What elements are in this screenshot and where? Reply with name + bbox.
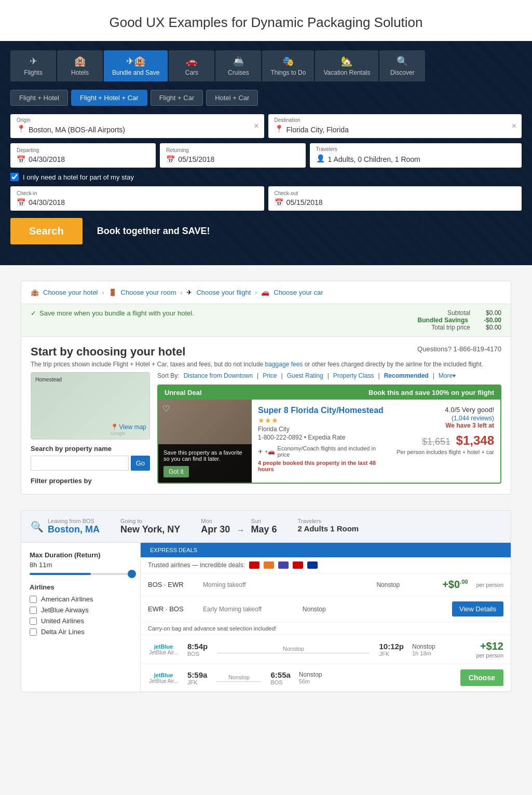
travelers-input[interactable] <box>328 148 515 163</box>
tooltip-box: Save this property as a favorite so you … <box>158 444 252 483</box>
hotel-stars: ★★★ <box>258 416 384 424</box>
subtab-flight-car[interactable]: Flight + Car <box>151 90 203 106</box>
tab-cars[interactable]: 🚗 Cars <box>169 50 214 81</box>
checkin-field[interactable]: Check-in 📅 04/30/2018 <box>10 186 264 211</box>
flight-card-1: jetBlue JetBlue Air... 8:54p BOS Nonstop… <box>141 635 511 664</box>
breadcrumb-flight[interactable]: Choose your flight <box>196 289 251 296</box>
airlines-filter: Airlines American Airlines JetBlue Airwa… <box>30 583 132 636</box>
checkout-field[interactable]: Check-out 📅 05/15/2018 <box>268 186 522 211</box>
sort-recommended[interactable]: Recommended <box>384 372 429 379</box>
favorite-icon[interactable]: ♡ <box>162 404 170 414</box>
flight-times-2: 5:59a JFK Nonstop 6:55a BOS <box>187 670 291 686</box>
origin-clear-icon[interactable]: × <box>254 121 258 131</box>
savings-text: Save more when you bundle a flight with … <box>39 309 194 317</box>
bundled-val: -$0.00 <box>484 317 501 324</box>
airline-jetblue-label: JetBlue Airways <box>41 606 89 614</box>
flight-results: EXPRESS DEALS Trusted airlines — incredi… <box>141 543 511 692</box>
breadcrumb-room[interactable]: Choose your room <box>121 289 176 296</box>
duration-slider-thumb[interactable] <box>128 570 136 578</box>
sort-sep3: | <box>328 372 329 379</box>
sw-logo <box>293 561 303 569</box>
tab-things[interactable]: 🎭 Things to Do <box>262 50 314 81</box>
flight-line-2 <box>216 681 261 682</box>
tab-discover[interactable]: 🔍 Discover <box>379 50 425 81</box>
date2-label: Sun <box>251 518 277 524</box>
sort-guest-rating[interactable]: Guest Rating <box>287 372 323 379</box>
sort-more[interactable]: More▾ <box>439 372 456 379</box>
express-deals-label: EXPRESS DEALS <box>150 547 197 553</box>
ua-logo <box>278 561 289 569</box>
travelers-icon: 👤 <box>316 154 325 162</box>
origin-input[interactable] <box>29 118 258 134</box>
tab-cruises[interactable]: 🚢 Cruises <box>215 50 261 81</box>
view-map-link[interactable]: 📍 View map <box>111 423 146 431</box>
property-search-btn[interactable]: Go <box>131 456 150 471</box>
partial-hotel-checkbox[interactable] <box>10 173 19 181</box>
arrow-icon: → <box>236 526 244 535</box>
property-search-input[interactable] <box>31 456 129 471</box>
bundled-label: Bundled Savings <box>418 317 468 324</box>
savings-bar: ✓ Save more when you bundle a flight wit… <box>21 304 511 337</box>
choose-flight-btn[interactable]: Choose <box>460 669 503 686</box>
express-deals-bar: EXPRESS DEALS <box>141 543 511 557</box>
tab-vacation[interactable]: 🏡 Vacation Rentals <box>315 50 378 81</box>
airline-united-checkbox[interactable] <box>30 618 37 625</box>
hotel-phone: 1-800-222-0892 • Expedia Rate <box>258 434 384 441</box>
partial-hotel-row: I only need a hotel for part of my stay <box>10 173 522 181</box>
unreal-deal-badge: Unreal Deal <box>165 389 202 396</box>
sort-sep1: | <box>257 372 258 379</box>
breadcrumb-flight-icon: ✈ <box>186 289 192 296</box>
flight-card-2: jetBlue JetBlue Air... 5:59a JFK Nonstop… <box>141 664 511 692</box>
hero-section: ✈ Flights 🏨 Hotels ✈🏨 Bundle and Save 🚗 … <box>0 41 532 265</box>
destination-input[interactable] <box>287 118 516 134</box>
airline-american-label: American Airlines <box>41 595 93 603</box>
breadcrumb-sep-1: › <box>102 289 104 296</box>
sort-price[interactable]: Price <box>263 372 277 379</box>
destination-clear-icon[interactable]: × <box>512 121 516 131</box>
subtotal-val: $0.00 <box>486 309 501 317</box>
calendar-icon: 📅 <box>17 155 25 163</box>
discover-icon: 🔍 <box>397 56 408 67</box>
arrive-time-1: 10:12p <box>379 642 404 651</box>
tab-bundle[interactable]: ✈🏨 Bundle and Save <box>104 50 168 81</box>
sort-property-class[interactable]: Property Class <box>333 372 374 379</box>
departing-field[interactable]: Departing 📅 04/30/2018 <box>10 143 156 168</box>
sort-bar: Sort By: Distance from Downtown | Price … <box>157 372 501 379</box>
arrive-time-2: 6:55a <box>270 670 290 679</box>
tab-flights[interactable]: ✈ Flights <box>10 50 56 81</box>
breadcrumb-room-icon: 🚪 <box>108 289 117 296</box>
price-per-1: per person <box>462 652 503 659</box>
sort-distance[interactable]: Distance from Downtown <box>184 372 253 379</box>
hotel-name[interactable]: Super 8 Florida City/Homestead <box>258 406 384 415</box>
hotel-image: ♡ Save this property as a favorite so yo… <box>158 400 252 483</box>
tooltip-got-it-btn[interactable]: Got it <box>163 466 189 477</box>
breadcrumb-hotel[interactable]: Choose your hotel <box>43 289 98 296</box>
breadcrumb-hotel-icon: 🏨 <box>31 289 39 296</box>
subtab-flight-hotel-car[interactable]: Flight + Hotel + Car <box>71 90 147 106</box>
bundle-icon: ✈🏨 <box>126 56 145 67</box>
airline-jetblue-checkbox[interactable] <box>30 607 37 614</box>
checkin-label: Check-in <box>17 190 37 196</box>
airline-american-checkbox[interactable] <box>30 596 37 603</box>
breadcrumb-car[interactable]: Choose your car <box>274 289 323 296</box>
tab-hotels-label: Hotels <box>71 69 89 76</box>
depart-airport-1: BOS <box>187 651 208 657</box>
flight-nonstop-info-2: Nonstop 56m <box>299 671 340 684</box>
express-time-2: Early Morning takeoff <box>203 606 294 613</box>
flight-nonstop-info-1: Nonstop 1h 18m <box>412 643 454 656</box>
arrive-airport-1: JFK <box>379 651 404 657</box>
view-details-btn[interactable]: View Details <box>452 601 503 616</box>
search-button[interactable]: Search <box>10 218 83 244</box>
rating-reviews: (1,044 reviews) <box>397 415 494 422</box>
airline-delta-checkbox[interactable] <box>30 628 37 636</box>
baggage-fees-link[interactable]: baggage fees <box>265 361 303 368</box>
tab-hotels[interactable]: 🏨 Hotels <box>57 50 103 81</box>
depart-airport-2: JFK <box>187 679 207 686</box>
duration-label-1: 1h 18m <box>412 650 454 656</box>
jetblue-logo-2: jetBlue JetBlue Air... <box>148 672 179 684</box>
subtab-flight-hotel[interactable]: Flight + Hotel <box>10 90 68 106</box>
jetblue-sub-1: JetBlue Air... <box>149 650 178 655</box>
subtab-hotel-car[interactable]: Hotel + Car <box>206 90 258 106</box>
returning-field[interactable]: Returning 📅 05/15/2018 <box>160 143 305 168</box>
express-price-1: +$0.00 <box>426 579 468 591</box>
